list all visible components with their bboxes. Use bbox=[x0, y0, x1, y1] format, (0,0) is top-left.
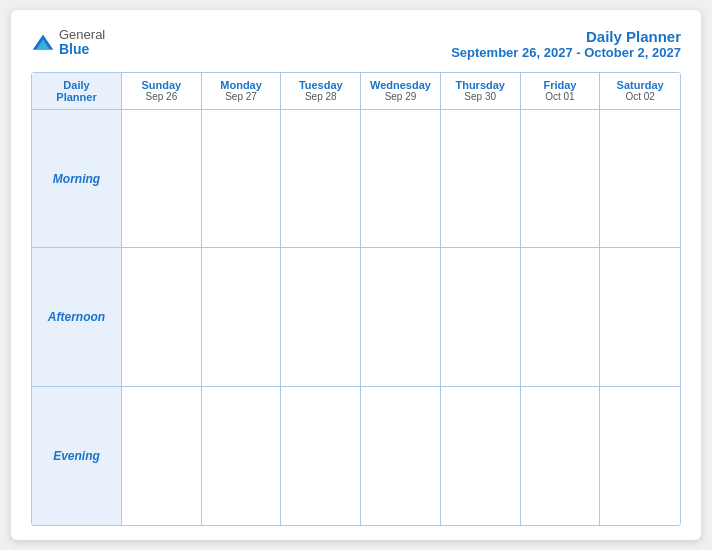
header-cell-label: Daily Planner bbox=[32, 73, 122, 110]
afternoon-row: Afternoon bbox=[32, 248, 680, 386]
saturday-date: Oct 02 bbox=[604, 91, 676, 102]
wednesday-date: Sep 29 bbox=[365, 91, 436, 102]
afternoon-mon[interactable] bbox=[202, 248, 282, 386]
logo-area: General Blue bbox=[31, 28, 105, 58]
logo-icon bbox=[31, 31, 55, 55]
header-cell-fri: Friday Oct 01 bbox=[521, 73, 601, 110]
friday-date: Oct 01 bbox=[525, 91, 596, 102]
morning-label-cell: Morning bbox=[32, 110, 122, 248]
morning-sun[interactable] bbox=[122, 110, 202, 248]
morning-row: Morning bbox=[32, 110, 680, 248]
evening-row: Evening bbox=[32, 387, 680, 525]
header: General Blue Daily Planner September 26,… bbox=[31, 28, 681, 60]
sunday-label: Sunday bbox=[126, 79, 197, 91]
planner-title: Daily Planner bbox=[451, 28, 681, 45]
planner-subtitle: September 26, 2027 - October 2, 2027 bbox=[451, 45, 681, 60]
evening-tue[interactable] bbox=[281, 387, 361, 525]
evening-wed[interactable] bbox=[361, 387, 441, 525]
header-cell-tue: Tuesday Sep 28 bbox=[281, 73, 361, 110]
evening-sun[interactable] bbox=[122, 387, 202, 525]
evening-sat[interactable] bbox=[600, 387, 680, 525]
afternoon-sun[interactable] bbox=[122, 248, 202, 386]
logo-blue-text: Blue bbox=[59, 42, 105, 57]
calendar-header-row: Daily Planner Sunday Sep 26 Monday Sep 2… bbox=[32, 73, 680, 110]
monday-label: Monday bbox=[206, 79, 277, 91]
header-cell-wed: Wednesday Sep 29 bbox=[361, 73, 441, 110]
header-planner: Planner bbox=[36, 91, 117, 103]
morning-mon[interactable] bbox=[202, 110, 282, 248]
evening-thu[interactable] bbox=[441, 387, 521, 525]
morning-label: Morning bbox=[53, 172, 100, 186]
saturday-label: Saturday bbox=[604, 79, 676, 91]
morning-fri[interactable] bbox=[521, 110, 601, 248]
header-cell-thu: Thursday Sep 30 bbox=[441, 73, 521, 110]
afternoon-label: Afternoon bbox=[48, 310, 105, 324]
header-daily: Daily bbox=[36, 79, 117, 91]
sunday-date: Sep 26 bbox=[126, 91, 197, 102]
evening-fri[interactable] bbox=[521, 387, 601, 525]
thursday-label: Thursday bbox=[445, 79, 516, 91]
header-cell-sat: Saturday Oct 02 bbox=[600, 73, 680, 110]
monday-date: Sep 27 bbox=[206, 91, 277, 102]
afternoon-label-cell: Afternoon bbox=[32, 248, 122, 386]
header-cell-mon: Monday Sep 27 bbox=[202, 73, 282, 110]
tuesday-label: Tuesday bbox=[285, 79, 356, 91]
calendar: Daily Planner Sunday Sep 26 Monday Sep 2… bbox=[31, 72, 681, 526]
evening-label: Evening bbox=[53, 449, 100, 463]
afternoon-wed[interactable] bbox=[361, 248, 441, 386]
afternoon-tue[interactable] bbox=[281, 248, 361, 386]
page: General Blue Daily Planner September 26,… bbox=[11, 10, 701, 540]
title-area: Daily Planner September 26, 2027 - Octob… bbox=[451, 28, 681, 60]
logo-text: General Blue bbox=[59, 28, 105, 58]
logo-general-text: General bbox=[59, 28, 105, 42]
tuesday-date: Sep 28 bbox=[285, 91, 356, 102]
afternoon-thu[interactable] bbox=[441, 248, 521, 386]
header-cell-sun: Sunday Sep 26 bbox=[122, 73, 202, 110]
friday-label: Friday bbox=[525, 79, 596, 91]
thursday-date: Sep 30 bbox=[445, 91, 516, 102]
afternoon-fri[interactable] bbox=[521, 248, 601, 386]
evening-label-cell: Evening bbox=[32, 387, 122, 525]
calendar-body: Morning Afternoon bbox=[32, 110, 680, 525]
morning-tue[interactable] bbox=[281, 110, 361, 248]
afternoon-sat[interactable] bbox=[600, 248, 680, 386]
morning-sat[interactable] bbox=[600, 110, 680, 248]
evening-mon[interactable] bbox=[202, 387, 282, 525]
wednesday-label: Wednesday bbox=[365, 79, 436, 91]
morning-wed[interactable] bbox=[361, 110, 441, 248]
morning-thu[interactable] bbox=[441, 110, 521, 248]
